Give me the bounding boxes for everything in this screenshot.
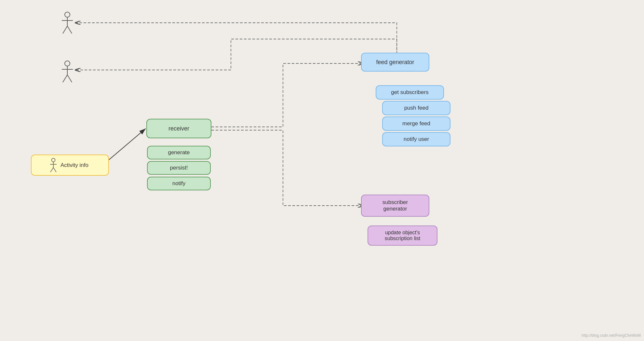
update-object-box: update object's subscription list	[368, 225, 437, 246]
svg-line-10	[67, 75, 72, 82]
push-feed-box: push feed	[382, 101, 450, 115]
svg-point-6	[65, 61, 70, 66]
activity-info-label: Activity info	[60, 162, 88, 169]
generate-label: generate	[168, 149, 190, 156]
feed-generator-box: feed generator	[361, 53, 429, 72]
actor1	[60, 11, 75, 36]
get-subscribers-box: get subscribers	[376, 85, 444, 100]
svg-line-14	[50, 168, 53, 172]
receiver-label: receiver	[168, 125, 189, 132]
notify-user-box: notify user	[382, 132, 450, 146]
svg-line-5	[67, 26, 72, 34]
diagram-container: Activity info receiver generate persist!…	[0, 0, 644, 341]
receiver-box: receiver	[146, 119, 211, 138]
get-subscribers-label: get subscribers	[391, 89, 428, 96]
arrow-receiver-to-feed-gen	[211, 63, 364, 127]
push-feed-label: push feed	[404, 105, 429, 111]
arrow-return-to-actor1	[75, 23, 397, 50]
notify-green-box: notify	[147, 177, 211, 190]
persist-label: persist!	[170, 165, 188, 171]
arrow-receiver-to-sub-gen	[211, 130, 364, 206]
actor2	[60, 60, 75, 85]
feed-generator-label: feed generator	[376, 59, 414, 66]
arrow-return-to-actor2	[75, 39, 397, 70]
subscriber-generator-label: subscriber generator	[382, 199, 408, 212]
watermark: http://blog.csdn.net/FengCheWoM	[582, 333, 641, 338]
generate-box: generate	[147, 146, 211, 159]
persist-box: persist!	[147, 161, 211, 175]
notify-green-label: notify	[172, 180, 186, 187]
actor3-icon	[49, 158, 58, 172]
svg-point-1	[65, 12, 70, 17]
activity-info-box: Activity info	[31, 155, 109, 176]
svg-line-15	[53, 168, 56, 172]
svg-point-11	[52, 158, 55, 162]
update-object-label: update object's subscription list	[385, 230, 420, 241]
merge-feed-box: merge feed	[382, 116, 450, 131]
merge-feed-label: merge feed	[402, 120, 430, 127]
notify-user-label: notify user	[404, 136, 429, 143]
subscriber-generator-box: subscriber generator	[361, 195, 429, 217]
svg-line-4	[63, 26, 67, 34]
svg-line-9	[63, 75, 67, 82]
